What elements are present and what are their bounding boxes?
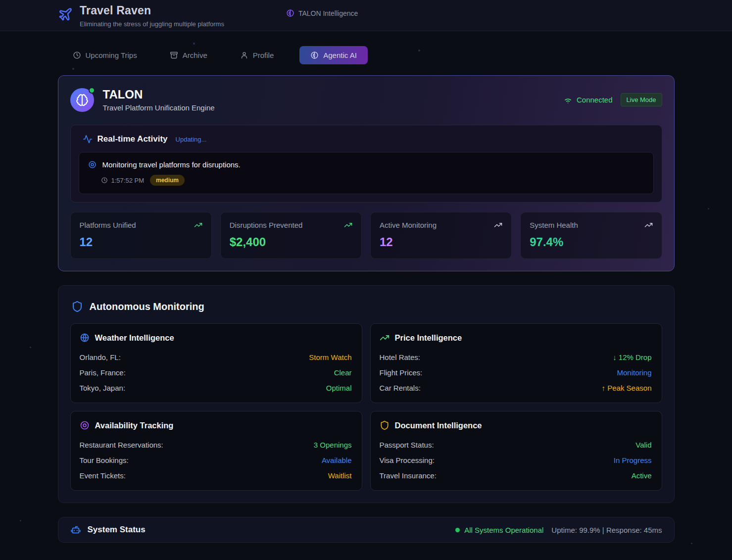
price-intelligence-panel: Price Intelligence Hotel Rates: ↓ 12% Dr…: [370, 323, 662, 403]
eye-icon: [80, 420, 90, 430]
stats-row: Platforms Unified 12 Disruptions Prevent…: [70, 212, 662, 259]
stat-value: 12: [380, 235, 502, 249]
app-subtitle: Eliminating the stress of juggling multi…: [80, 20, 224, 28]
tab-upcoming-trips[interactable]: Upcoming Trips: [66, 47, 144, 64]
stat-active-monitoring: Active Monitoring 12: [370, 212, 512, 259]
stat-disruptions-prevented: Disruptions Prevented $2,400: [220, 212, 362, 259]
connection-label: Connected: [577, 96, 613, 104]
stat-label: Platforms Unified: [80, 221, 136, 229]
activity-message: Monitoring travel platforms for disrupti…: [102, 160, 241, 169]
activity-pulse-icon: [83, 134, 93, 144]
app-title: Travel Raven: [80, 4, 224, 17]
talon-subtitle: Travel Platform Unification Engine: [103, 103, 215, 112]
stat-platforms-unified: Platforms Unified 12: [70, 212, 212, 259]
shield-icon: [380, 420, 390, 430]
row-value: Storm Watch: [309, 353, 351, 361]
system-status-title: System Status: [88, 525, 146, 535]
panel-title: Price Intelligence: [395, 333, 462, 343]
talon-intelligence-badge: TALON Intelligence: [286, 9, 358, 17]
panel-title: Weather Intelligence: [95, 333, 174, 343]
stat-label: System Health: [530, 221, 578, 229]
activity-time: 1:57:52 PM: [101, 177, 145, 184]
operational-status: All Systems Operational: [455, 526, 543, 534]
trending-up-icon: [344, 221, 352, 229]
plane-icon: [58, 7, 73, 28]
monitor-row: Orlando, FL: Storm Watch: [80, 350, 352, 365]
row-value: In Progress: [614, 456, 652, 464]
priority-badge: medium: [150, 175, 185, 186]
availability-tracking-panel: Availability Tracking Restaurant Reserva…: [70, 411, 362, 491]
talon-name: TALON: [103, 88, 215, 102]
monitor-row: Passport Status: Valid: [380, 437, 652, 453]
status-metrics: Uptime: 99.9% | Response: 45ms: [551, 526, 662, 534]
robot-icon: [70, 524, 81, 535]
activity-item: Monitoring travel platforms for disrupti…: [79, 152, 654, 194]
tab-label: Profile: [253, 51, 274, 59]
system-status-bar: System Status All Systems Operational Up…: [58, 517, 675, 543]
connection-status: Connected: [563, 95, 613, 104]
trending-up-icon: [194, 221, 202, 229]
monitor-row: Travel Insurance: Active: [380, 468, 652, 483]
app-header: Travel Raven Eliminating the stress of j…: [0, 0, 732, 31]
row-value: Available: [322, 456, 352, 464]
tab-label: Archive: [183, 51, 207, 59]
live-mode-badge: Live Mode: [621, 93, 662, 106]
archive-icon: [170, 51, 178, 59]
autonomous-monitoring-card: Autonomous Monitoring Weather Intelligen…: [58, 285, 675, 503]
globe-icon: [80, 333, 90, 343]
monitor-row: Tour Bookings: Available: [80, 453, 352, 468]
online-indicator: [89, 87, 95, 94]
row-value: ↑ Peak Season: [602, 384, 652, 392]
weather-intelligence-panel: Weather Intelligence Orlando, FL: Storm …: [70, 323, 362, 403]
brain-icon: [310, 51, 319, 59]
row-value: Monitoring: [617, 368, 651, 377]
brain-icon: [76, 94, 89, 106]
stat-value: 12: [80, 235, 202, 249]
monitor-row: Event Tickets: Waitlist: [80, 468, 352, 483]
background-star: [30, 347, 31, 348]
main-nav: Upcoming Trips Archive Profile Agentic A…: [58, 31, 675, 64]
monitor-row: Tokyo, Japan: Optimal: [80, 380, 352, 396]
stat-value: 97.4%: [530, 235, 652, 249]
row-value: ↓ 12% Drop: [613, 353, 651, 361]
background-star: [20, 520, 21, 521]
monitor-row: Hotel Rates: ↓ 12% Drop: [380, 350, 652, 365]
monitoring-title: Autonomous Monitoring: [90, 301, 204, 312]
row-value: Waitlist: [328, 471, 352, 480]
background-star: [708, 208, 709, 209]
shield-icon: [71, 301, 83, 312]
brain-icon: [286, 9, 294, 17]
panel-title: Availability Tracking: [95, 421, 174, 430]
tab-profile[interactable]: Profile: [233, 47, 281, 64]
stat-system-health: System Health 97.4%: [520, 212, 662, 259]
monitor-row: Flight Prices: Monitoring: [380, 365, 652, 380]
trending-up-icon: [380, 333, 390, 343]
background-star: [691, 543, 692, 544]
realtime-activity-panel: Real-time Activity Updating... Monitorin…: [70, 125, 662, 203]
stat-label: Disruptions Prevented: [230, 221, 303, 229]
clock-icon: [101, 177, 108, 184]
clock-icon: [73, 51, 81, 59]
activity-updating-label: Updating...: [176, 136, 207, 143]
activity-title: Real-time Activity: [98, 134, 168, 144]
monitor-row: Paris, France: Clear: [80, 365, 352, 380]
panel-title: Document Intelligence: [395, 421, 482, 430]
wifi-icon: [563, 95, 573, 104]
user-icon: [240, 51, 248, 59]
app-logo: Travel Raven Eliminating the stress of j…: [58, 4, 224, 28]
talon-intelligence-label: TALON Intelligence: [298, 9, 358, 17]
tab-agentic-ai[interactable]: Agentic AI: [299, 46, 368, 64]
document-intelligence-panel: Document Intelligence Passport Status: V…: [370, 411, 662, 491]
stat-value: $2,400: [230, 235, 352, 249]
talon-avatar: [70, 88, 94, 112]
row-value: Valid: [635, 441, 651, 449]
row-value: 3 Openings: [314, 441, 352, 449]
stat-label: Active Monitoring: [380, 221, 437, 229]
row-value: Active: [632, 471, 652, 480]
row-value: Optimal: [326, 384, 352, 392]
tab-label: Agentic AI: [323, 51, 357, 59]
tab-archive[interactable]: Archive: [163, 47, 214, 64]
tab-label: Upcoming Trips: [86, 51, 137, 59]
eye-icon: [88, 160, 97, 169]
monitor-row: Car Rentals: ↑ Peak Season: [380, 380, 652, 396]
